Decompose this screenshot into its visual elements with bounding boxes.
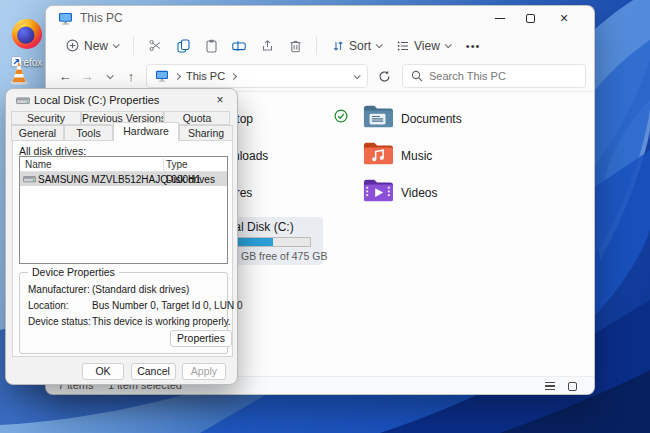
column-type[interactable]: Type bbox=[166, 159, 188, 170]
cut-button[interactable] bbox=[141, 33, 169, 59]
delete-button[interactable] bbox=[281, 33, 309, 59]
search-icon bbox=[411, 70, 423, 82]
ok-button[interactable]: OK bbox=[82, 363, 124, 380]
tab-security[interactable]: Security bbox=[11, 111, 81, 125]
desktop-icon-vlc[interactable] bbox=[2, 60, 36, 90]
window-title: This PC bbox=[80, 11, 123, 25]
dialog-close-button[interactable]: × bbox=[210, 92, 230, 108]
column-name[interactable]: Name bbox=[25, 159, 52, 170]
properties-button[interactable]: Properties bbox=[170, 330, 232, 347]
see-more-button[interactable]: ••• bbox=[458, 40, 489, 52]
sort-button-label: Sort bbox=[349, 39, 371, 53]
chevron-right-icon bbox=[230, 72, 237, 79]
dialog-titlebar[interactable]: Local Disk (C:) Properties × bbox=[6, 89, 237, 111]
refresh-icon bbox=[378, 70, 391, 83]
this-pc-icon bbox=[58, 12, 73, 25]
sort-icon bbox=[332, 40, 344, 52]
recent-locations-button[interactable] bbox=[98, 65, 120, 87]
disk-drive-icon bbox=[23, 174, 36, 186]
new-button[interactable]: New bbox=[58, 33, 126, 59]
scissors-icon bbox=[149, 39, 162, 52]
device-status-label: Device status: bbox=[28, 316, 91, 327]
plus-circle-icon bbox=[66, 39, 79, 52]
drive-icon bbox=[16, 95, 30, 108]
disk-drives-list[interactable]: Name Type SAMSUNG MZVLB512HAJQ-000H1 Dis… bbox=[19, 156, 228, 264]
trash-icon bbox=[289, 39, 302, 53]
firefox-icon bbox=[10, 17, 44, 51]
tab-sharing[interactable]: Sharing bbox=[179, 125, 233, 141]
toolbar-divider bbox=[316, 37, 317, 55]
search-box[interactable] bbox=[402, 64, 586, 88]
drive-free-space: GB free of 475 GB bbox=[241, 250, 327, 262]
chevron-down-icon bbox=[444, 41, 451, 48]
apply-button-disabled[interactable]: Apply bbox=[182, 363, 226, 380]
group-title: Device Properties bbox=[28, 266, 119, 278]
folder-label-videos[interactable]: Videos bbox=[401, 186, 437, 200]
device-status-value: This device is working properly. bbox=[92, 316, 231, 327]
manufacturer-label: Manufacturer: bbox=[28, 284, 90, 295]
back-button[interactable]: ← bbox=[54, 65, 76, 87]
minimize-button[interactable] bbox=[486, 6, 514, 30]
close-button[interactable]: × bbox=[550, 6, 578, 30]
maximize-button[interactable] bbox=[516, 6, 544, 30]
properties-dialog: Local Disk (C:) Properties × Security Pr… bbox=[5, 88, 238, 385]
videos-folder-icon[interactable] bbox=[363, 177, 393, 207]
breadcrumb[interactable]: This PC bbox=[146, 64, 368, 88]
sync-available-icon bbox=[334, 109, 348, 127]
rename-icon bbox=[232, 40, 246, 52]
view-button-label: View bbox=[414, 39, 440, 53]
vlc-cone-icon bbox=[9, 60, 29, 86]
refresh-button[interactable] bbox=[372, 65, 396, 87]
rename-button[interactable] bbox=[225, 33, 253, 59]
view-icon bbox=[397, 40, 409, 52]
chevron-right-icon bbox=[174, 72, 181, 79]
up-button[interactable]: ↑ bbox=[120, 65, 142, 87]
tab-hardware[interactable]: Hardware bbox=[113, 122, 179, 141]
new-button-label: New bbox=[84, 39, 108, 53]
location-label: Location: bbox=[28, 300, 69, 311]
command-bar: New bbox=[46, 30, 594, 61]
folder-label-music[interactable]: Music bbox=[401, 149, 432, 163]
toolbar-divider bbox=[133, 37, 134, 55]
cancel-button[interactable]: Cancel bbox=[131, 363, 176, 380]
hardware-tab-page: All disk drives: Name Type SAMSUNG MZVLB… bbox=[12, 140, 233, 357]
paste-icon bbox=[205, 39, 218, 53]
breadcrumb-this-pc[interactable]: This PC bbox=[186, 70, 225, 82]
dialog-title: Local Disk (C:) Properties bbox=[34, 94, 159, 106]
this-pc-icon bbox=[155, 70, 169, 82]
list-header: Name Type bbox=[20, 157, 227, 172]
documents-folder-icon[interactable] bbox=[363, 103, 393, 133]
copy-button[interactable] bbox=[169, 33, 197, 59]
explorer-titlebar[interactable]: This PC × bbox=[46, 6, 594, 30]
copy-icon bbox=[177, 39, 190, 53]
chevron-down-icon bbox=[106, 72, 113, 79]
folder-label-documents[interactable]: Documents bbox=[401, 112, 462, 126]
view-button[interactable]: View bbox=[389, 33, 458, 59]
search-input[interactable] bbox=[429, 70, 577, 82]
tab-general[interactable]: General bbox=[11, 125, 64, 141]
tab-tools[interactable]: Tools bbox=[64, 125, 113, 141]
sort-button[interactable]: Sort bbox=[324, 33, 389, 59]
music-folder-icon[interactable] bbox=[363, 140, 393, 170]
address-bar: ← → ↑ This PC bbox=[46, 61, 594, 91]
forward-button[interactable]: → bbox=[76, 65, 98, 87]
share-icon bbox=[261, 39, 274, 52]
chevron-down-icon bbox=[113, 41, 120, 48]
icons-view-toggle[interactable] bbox=[564, 380, 580, 392]
device-properties-group: Device Properties Manufacturer: (Standar… bbox=[19, 272, 228, 354]
disk-drive-row[interactable]: SAMSUNG MZVLB512HAJQ-000H1 Disk drives bbox=[20, 172, 227, 186]
disk-drive-type: Disk drives bbox=[166, 174, 215, 185]
share-button[interactable] bbox=[253, 33, 281, 59]
address-dropdown-icon[interactable] bbox=[354, 72, 361, 79]
manufacturer-value: (Standard disk drives) bbox=[92, 284, 189, 295]
details-view-toggle[interactable] bbox=[542, 380, 558, 392]
chevron-down-icon bbox=[376, 41, 383, 48]
paste-button[interactable] bbox=[197, 33, 225, 59]
location-value: Bus Number 0, Target Id 0, LUN 0 bbox=[92, 300, 242, 311]
